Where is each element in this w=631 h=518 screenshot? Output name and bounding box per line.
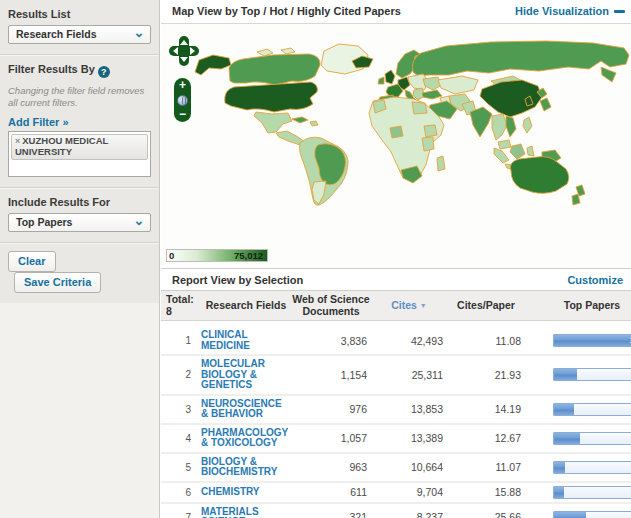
- results-list-select[interactable]: Research Fields ⌄: [8, 25, 151, 44]
- field-link[interactable]: CHEMISTRY: [201, 487, 291, 498]
- top-papers-bar-cell: 5: [553, 368, 631, 381]
- results-list-label: Results List: [8, 4, 151, 25]
- esi-page: Results List Research Fields ⌄ Filter Re…: [0, 0, 631, 518]
- rank-cell: 4: [161, 433, 201, 444]
- map-panel: + − 0 75,012: [161, 24, 631, 268]
- include-results-select[interactable]: Top Papers ⌄: [8, 213, 151, 232]
- cites-per-paper-cell: 11.07: [447, 461, 525, 473]
- cites-cell: 10,664: [371, 461, 447, 473]
- cites-cell: 8,237: [371, 511, 447, 518]
- filter-chip-label: XUZHOU MEDICAL UNIVERSITY: [15, 135, 108, 157]
- map-controls: + −: [169, 36, 205, 122]
- table-row: 4 PHARMACOLOGY & TOXICOLOGY 1,057 13,389…: [161, 425, 631, 454]
- report-view-header: Report View by Selection Customize: [161, 268, 631, 291]
- sidebar: Results List Research Fields ⌄ Filter Re…: [0, 0, 160, 518]
- minimize-icon: [614, 10, 625, 13]
- top-papers-bar-cell: 2: [553, 486, 631, 499]
- column-header-cites-paper[interactable]: Cites/Paper: [447, 300, 525, 312]
- field-link[interactable]: MOLECULAR BIOLOGY & GENETICS: [201, 359, 291, 391]
- include-results-label: Include Results For: [8, 192, 151, 213]
- hide-visualization-link[interactable]: Hide Visualization: [515, 0, 625, 23]
- documents-cell: 976: [291, 403, 371, 415]
- total-count-label: Total: 8: [161, 294, 201, 317]
- field-link[interactable]: NEUROSCIENCE & BEHAVIOR: [201, 399, 291, 420]
- rank-cell: 3: [161, 404, 201, 415]
- bar-fill: [554, 404, 574, 415]
- rank-cell: 1: [161, 335, 201, 346]
- rank-cell: 2: [161, 369, 201, 380]
- legend-max-label: 75,012: [234, 250, 263, 262]
- table-row: 5 BIOLOGY & BIOCHEMISTRY 963 10,664 11.0…: [161, 454, 631, 483]
- filter-section: Filter Results By? Changing the filter f…: [0, 54, 159, 187]
- filter-note: Changing the filter field removes all cu…: [8, 83, 151, 112]
- sort-descending-icon: ▼: [420, 302, 427, 309]
- zoom-in-button[interactable]: +: [179, 80, 186, 91]
- save-criteria-button[interactable]: Save Criteria: [14, 272, 101, 293]
- documents-cell: 1,057: [291, 432, 371, 444]
- documents-cell: 3,836: [291, 335, 371, 347]
- rank-cell: 7: [161, 512, 201, 518]
- cites-per-paper-cell: 11.08: [447, 335, 525, 347]
- cites-per-paper-cell: 14.19: [447, 403, 525, 415]
- top-papers-bar: 6: [553, 432, 631, 445]
- zoom-out-button[interactable]: −: [179, 109, 186, 120]
- bar-fill: [554, 487, 564, 498]
- cites-cell: 9,704: [371, 486, 447, 498]
- map-legend: 0 75,012: [166, 249, 268, 262]
- filter-chip[interactable]: ×XUZHOU MEDICAL UNIVERSITY: [11, 134, 148, 160]
- map-pan-control[interactable]: [169, 36, 199, 66]
- documents-cell: 321: [291, 511, 371, 518]
- cites-cell: 42,493: [371, 335, 447, 347]
- results-table-body: 1 CLINICAL MEDICINE 3,836 42,493 11.08 2…: [161, 321, 631, 518]
- cites-cell: 13,853: [371, 403, 447, 415]
- bar-fill: [554, 512, 586, 518]
- field-link[interactable]: BIOLOGY & BIOCHEMISTRY: [201, 457, 291, 478]
- include-results-section: Include Results For Top Papers ⌄: [0, 187, 159, 242]
- chevron-down-icon: ⌄: [130, 26, 148, 43]
- results-list-section: Results List Research Fields ⌄: [0, 0, 159, 54]
- remove-filter-icon[interactable]: ×: [15, 136, 20, 146]
- top-papers-bar-cell: 5: [553, 403, 631, 416]
- results-list-value: Research Fields: [16, 28, 97, 40]
- map-zoom-control: + −: [174, 78, 191, 122]
- field-link[interactable]: MATERIALS SCIENCE: [201, 507, 291, 518]
- table-row: 1 CLINICAL MEDICINE 3,836 42,493 11.08 2…: [161, 327, 631, 356]
- column-header-research-fields[interactable]: Research Fields: [201, 300, 291, 312]
- cites-per-paper-cell: 21.93: [447, 369, 525, 381]
- top-papers-bar: 5: [553, 368, 631, 381]
- rank-cell: 6: [161, 487, 201, 498]
- top-papers-bar-cell: 2: [553, 461, 631, 474]
- documents-cell: 1,154: [291, 369, 371, 381]
- chevron-down-icon: ⌄: [130, 214, 148, 231]
- table-header-row: Total: 8 Research Fields Web of Science …: [161, 291, 631, 321]
- map-view-title: Map View by Top / Hot / Highly Cited Pap…: [172, 0, 401, 23]
- column-header-top-papers[interactable]: Top Papers: [553, 300, 631, 312]
- field-link[interactable]: CLINICAL MEDICINE: [201, 330, 291, 351]
- map-view-header: Map View by Top / Hot / Highly Cited Pap…: [161, 0, 631, 24]
- bar-fill: [554, 335, 631, 346]
- documents-cell: 963: [291, 461, 371, 473]
- cites-cell: 13,389: [371, 432, 447, 444]
- column-header-cites[interactable]: Cites ▼: [371, 300, 447, 312]
- report-view-title: Report View by Selection: [172, 269, 303, 290]
- top-papers-bar-cell: 8: [553, 511, 631, 518]
- cites-per-paper-cell: 25.66: [447, 511, 525, 518]
- globe-icon[interactable]: [177, 95, 188, 106]
- filter-list-box: ×XUZHOU MEDICAL UNIVERSITY: [8, 131, 151, 177]
- main-panel: Map View by Top / Hot / Highly Cited Pap…: [161, 0, 631, 518]
- rank-cell: 5: [161, 462, 201, 473]
- help-icon[interactable]: ?: [98, 66, 110, 78]
- add-filter-link[interactable]: Add Filter »: [8, 116, 69, 131]
- column-header-documents[interactable]: Web of Science Documents: [291, 294, 371, 317]
- clear-button[interactable]: Clear: [8, 251, 56, 272]
- top-papers-bar-cell: 6: [553, 432, 631, 445]
- field-link[interactable]: PHARMACOLOGY & TOXICOLOGY: [201, 428, 291, 449]
- bar-fill: [554, 369, 577, 380]
- bar-fill: [554, 462, 565, 473]
- documents-cell: 611: [291, 486, 371, 498]
- top-papers-bar: 2: [553, 461, 631, 474]
- customize-link[interactable]: Customize: [567, 269, 623, 290]
- world-map[interactable]: [161, 24, 631, 268]
- table-row: 7 MATERIALS SCIENCE 321 8,237 25.66 8: [161, 504, 631, 518]
- top-papers-bar-cell: 28: [553, 334, 631, 347]
